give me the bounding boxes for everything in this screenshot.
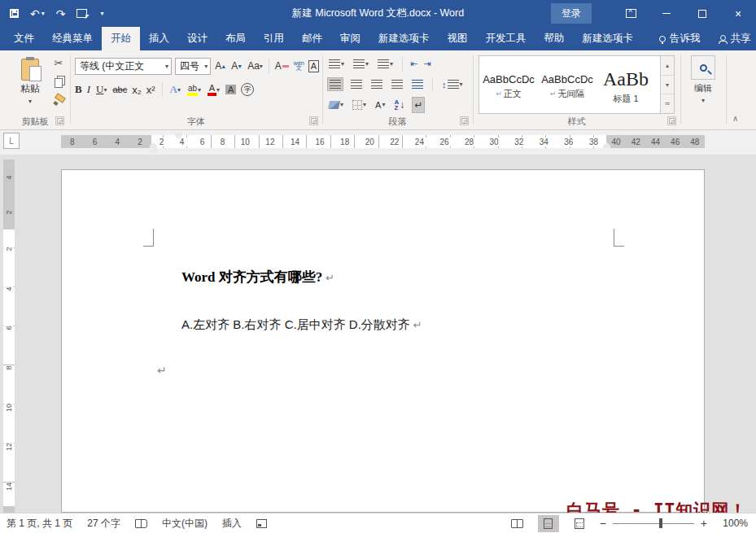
word-count-status[interactable]: 27 个字 [87, 517, 120, 531]
ribbon-tab-13[interactable]: 新建选项卡 [574, 27, 643, 50]
font-color-button[interactable]: A▾ [207, 84, 221, 96]
grow-font-button[interactable]: A▲ [214, 60, 227, 72]
character-border-button[interactable]: A [308, 60, 319, 72]
bullets-button[interactable]: ▾ [327, 58, 346, 70]
macro-record-icon[interactable] [256, 519, 267, 528]
print-layout-button[interactable] [538, 515, 559, 532]
document-page[interactable]: Word 对齐方式有哪些?↵ A.左对齐 B.右对齐 C.居中对齐 D.分散对齐… [61, 169, 705, 513]
font-size-combo[interactable]: 四号▾ [175, 58, 211, 75]
paragraph-dialog-launcher[interactable]: ◲ [460, 116, 469, 125]
touch-mode-button[interactable] [76, 9, 87, 18]
ribbon-tab-1[interactable]: 经典菜单 [43, 27, 102, 50]
ribbon-tab-14[interactable]: 告诉我 [650, 27, 710, 50]
decrease-indent-button[interactable]: ⇤ [410, 59, 417, 69]
editing-caret-icon[interactable]: ▾ [701, 97, 705, 104]
highlight-color-button[interactable]: ab▾ [186, 84, 202, 96]
vertical-ruler[interactable]: 42 2468101214 [3, 159, 15, 513]
align-left-button[interactable] [327, 77, 343, 91]
undo-button[interactable]: ↶▾ [30, 7, 45, 20]
zoom-in-button[interactable]: + [701, 517, 707, 530]
ribbon-tab-4[interactable]: 设计 [178, 27, 216, 50]
numbering-button[interactable]: ▾ [352, 58, 370, 70]
find-button[interactable] [691, 55, 715, 80]
ribbon-tab-12[interactable]: 帮助 [535, 27, 574, 50]
ribbon-tab-10[interactable]: 视图 [439, 27, 477, 50]
ribbon-tab-2[interactable]: 开始 [102, 27, 140, 50]
asian-layout-button[interactable]: A▾ [374, 98, 387, 111]
zoom-slider[interactable] [613, 523, 694, 524]
increase-indent-button[interactable]: ⇥ [423, 59, 430, 69]
style-item-heading1[interactable]: AaBb 标题 1 [596, 56, 655, 113]
align-center-button[interactable] [349, 78, 364, 90]
font-name-combo[interactable]: 等线 (中文正文▾ [75, 58, 172, 75]
styles-more-button[interactable]: ≂ [661, 94, 674, 113]
underline-button[interactable]: U▾ [95, 83, 107, 96]
minimize-button[interactable] [649, 0, 684, 27]
borders-button[interactable]: ▾ [351, 98, 368, 111]
style-item-normal[interactable]: AaBbCcDc ↵正文 [479, 56, 538, 113]
ribbon-tab-0[interactable]: 文件 [5, 27, 43, 50]
ribbon-display-options-button[interactable] [613, 0, 649, 27]
strikethrough-button[interactable]: abc [112, 85, 127, 94]
line-spacing-button[interactable]: ↕▾ [440, 78, 465, 91]
shrink-font-button[interactable]: A▼ [230, 60, 243, 72]
ribbon-tab-9[interactable]: 新建选项卡 [369, 27, 439, 50]
styles-dialog-launcher[interactable]: ◲ [667, 116, 676, 125]
customize-qat-button[interactable]: ▾ [98, 10, 103, 17]
styles-scroll-up-button[interactable]: ▴ [661, 56, 674, 76]
superscript-button[interactable]: x² [146, 84, 155, 96]
language-status[interactable]: 中文(中国) [162, 517, 208, 531]
subscript-button[interactable]: x₂ [132, 84, 142, 96]
left-indent-marker[interactable] [150, 149, 157, 153]
character-shading-button[interactable]: A [225, 85, 236, 94]
copy-button[interactable] [55, 78, 63, 88]
show-hide-marks-button[interactable]: ↵ [412, 97, 425, 113]
ribbon-tab-8[interactable]: 审阅 [331, 27, 369, 50]
save-button[interactable] [10, 9, 19, 18]
tab-selector-button[interactable]: L [3, 133, 20, 149]
undo-caret-icon[interactable]: ▾ [42, 10, 45, 17]
document-heading[interactable]: Word 对齐方式有哪些?↵ [181, 268, 334, 286]
style-item-no-spacing[interactable]: AaBbCcDc ↵无间隔 [538, 56, 596, 113]
page-number-status[interactable]: 第 1 页, 共 1 页 [7, 517, 72, 531]
web-layout-button[interactable] [569, 515, 590, 532]
format-painter-button[interactable] [53, 94, 64, 106]
zoom-slider-thumb[interactable] [659, 518, 662, 528]
ribbon-tab-6[interactable]: 引用 [255, 27, 293, 50]
shading-button[interactable]: ▾ [327, 99, 345, 111]
text-effects-button[interactable]: A▾ [169, 83, 181, 96]
clear-formatting-button[interactable]: A [274, 60, 290, 72]
collapse-ribbon-button[interactable]: ∧ [732, 114, 738, 123]
styles-scroll-down-button[interactable]: ▾ [661, 76, 674, 95]
zoom-level[interactable]: 100% [717, 518, 748, 529]
ribbon-tab-3[interactable]: 插入 [140, 27, 178, 50]
paste-button[interactable]: 粘贴 ▾ [11, 55, 49, 114]
justify-button[interactable] [390, 78, 404, 90]
cut-button[interactable]: ✂ [55, 57, 63, 69]
sign-in-button[interactable]: 登录 [551, 3, 592, 24]
ribbon-tab-7[interactable]: 邮件 [293, 27, 331, 50]
font-dialog-launcher[interactable]: ◲ [309, 116, 318, 125]
redo-button[interactable]: ↷ [56, 7, 66, 20]
ribbon-tab-5[interactable]: 布局 [216, 27, 255, 50]
zoom-out-button[interactable]: − [600, 517, 606, 530]
proofing-status-icon[interactable] [135, 519, 147, 528]
document-body-text[interactable]: A.左对齐 B.右对齐 C.居中对齐 D.分散对齐↵ [181, 317, 422, 333]
change-case-button[interactable]: Aa▾ [247, 60, 264, 72]
insert-mode-status[interactable]: 插入 [222, 517, 242, 531]
phonetic-guide-button[interactable]: wén文 [293, 61, 305, 71]
maximize-button[interactable] [684, 0, 720, 27]
ribbon-tab-11[interactable]: 开发工具 [477, 27, 535, 50]
clipboard-dialog-launcher[interactable]: ◲ [55, 116, 64, 125]
watermark-text: 白马号 - IT知识网！ [566, 499, 747, 513]
read-mode-button[interactable] [507, 515, 528, 532]
bold-button[interactable]: B [75, 83, 82, 96]
close-button[interactable]: × [720, 0, 756, 27]
italic-button[interactable]: I [87, 83, 90, 96]
sort-button[interactable]: AZ↓ [392, 98, 406, 112]
distribute-button[interactable] [410, 78, 425, 90]
multilevel-list-button[interactable]: ▾ [376, 58, 395, 70]
align-right-button[interactable] [369, 78, 384, 90]
enclose-characters-button[interactable]: 字 [241, 83, 254, 96]
ribbon-tab-15[interactable]: 共享 [710, 27, 756, 50]
